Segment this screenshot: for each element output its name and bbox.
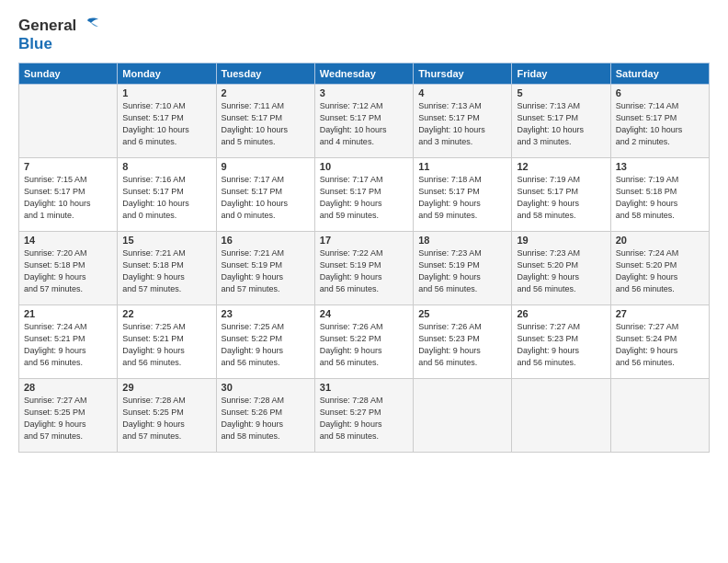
calendar-cell: 22Sunrise: 7:25 AM Sunset: 5:21 PM Dayli… bbox=[118, 305, 216, 379]
col-header-thursday: Thursday bbox=[414, 63, 512, 85]
day-info: Sunrise: 7:28 AM Sunset: 5:26 PM Dayligh… bbox=[222, 395, 310, 442]
day-number: 14 bbox=[24, 235, 112, 246]
col-header-monday: Monday bbox=[118, 63, 216, 85]
day-info: Sunrise: 7:11 AM Sunset: 5:17 PM Dayligh… bbox=[222, 100, 310, 148]
calendar-cell: 8Sunrise: 7:16 AM Sunset: 5:17 PM Daylig… bbox=[118, 158, 216, 232]
day-info: Sunrise: 7:14 AM Sunset: 5:17 PM Dayligh… bbox=[616, 100, 704, 148]
calendar-cell: 18Sunrise: 7:23 AM Sunset: 5:19 PM Dayli… bbox=[414, 232, 512, 305]
calendar-cell: 1Sunrise: 7:10 AM Sunset: 5:17 PM Daylig… bbox=[118, 85, 216, 158]
day-info: Sunrise: 7:26 AM Sunset: 5:23 PM Dayligh… bbox=[418, 321, 506, 369]
day-number: 29 bbox=[122, 382, 210, 393]
day-info: Sunrise: 7:25 AM Sunset: 5:21 PM Dayligh… bbox=[122, 321, 210, 369]
week-row-1: 7Sunrise: 7:15 AM Sunset: 5:17 PM Daylig… bbox=[19, 158, 710, 232]
day-info: Sunrise: 7:28 AM Sunset: 5:25 PM Dayligh… bbox=[122, 395, 210, 442]
day-number: 5 bbox=[517, 87, 605, 98]
day-info: Sunrise: 7:17 AM Sunset: 5:17 PM Dayligh… bbox=[320, 174, 408, 222]
day-number: 20 bbox=[616, 235, 704, 246]
day-number: 18 bbox=[418, 235, 506, 246]
day-info: Sunrise: 7:15 AM Sunset: 5:17 PM Dayligh… bbox=[24, 174, 112, 222]
day-info: Sunrise: 7:21 AM Sunset: 5:19 PM Dayligh… bbox=[222, 247, 310, 295]
day-info: Sunrise: 7:22 AM Sunset: 5:19 PM Dayligh… bbox=[320, 247, 408, 295]
calendar-cell: 14Sunrise: 7:20 AM Sunset: 5:18 PM Dayli… bbox=[19, 232, 118, 305]
calendar-cell: 17Sunrise: 7:22 AM Sunset: 5:19 PM Dayli… bbox=[314, 232, 413, 305]
day-number: 8 bbox=[122, 161, 210, 172]
day-number: 9 bbox=[222, 161, 310, 172]
calendar-cell: 3Sunrise: 7:12 AM Sunset: 5:17 PM Daylig… bbox=[314, 85, 413, 158]
day-number: 1 bbox=[122, 87, 210, 98]
calendar-cell bbox=[610, 379, 709, 453]
calendar-cell: 23Sunrise: 7:25 AM Sunset: 5:22 PM Dayli… bbox=[216, 305, 314, 379]
col-header-sunday: Sunday bbox=[19, 63, 118, 85]
day-number: 31 bbox=[320, 382, 408, 393]
day-number: 25 bbox=[418, 308, 506, 319]
day-info: Sunrise: 7:23 AM Sunset: 5:20 PM Dayligh… bbox=[517, 247, 605, 295]
calendar-cell: 2Sunrise: 7:11 AM Sunset: 5:17 PM Daylig… bbox=[216, 85, 314, 158]
day-info: Sunrise: 7:20 AM Sunset: 5:18 PM Dayligh… bbox=[24, 247, 112, 295]
day-number: 4 bbox=[418, 87, 506, 98]
day-number: 30 bbox=[222, 382, 310, 393]
week-row-2: 14Sunrise: 7:20 AM Sunset: 5:18 PM Dayli… bbox=[19, 232, 710, 305]
day-info: Sunrise: 7:13 AM Sunset: 5:17 PM Dayligh… bbox=[418, 100, 506, 148]
logo: General Blue bbox=[18, 17, 98, 53]
day-info: Sunrise: 7:10 AM Sunset: 5:17 PM Dayligh… bbox=[122, 100, 210, 148]
day-number: 13 bbox=[616, 161, 704, 172]
calendar-cell: 13Sunrise: 7:19 AM Sunset: 5:18 PM Dayli… bbox=[610, 158, 709, 232]
col-header-wednesday: Wednesday bbox=[314, 63, 413, 85]
day-number: 6 bbox=[616, 87, 704, 98]
calendar-cell: 4Sunrise: 7:13 AM Sunset: 5:17 PM Daylig… bbox=[414, 85, 512, 158]
calendar-cell: 5Sunrise: 7:13 AM Sunset: 5:17 PM Daylig… bbox=[512, 85, 610, 158]
calendar-cell: 30Sunrise: 7:28 AM Sunset: 5:26 PM Dayli… bbox=[216, 379, 314, 453]
day-number: 27 bbox=[616, 308, 704, 319]
page: General Blue SundayMondayTuesdayWednesda… bbox=[0, 0, 728, 563]
day-info: Sunrise: 7:18 AM Sunset: 5:17 PM Dayligh… bbox=[418, 174, 506, 222]
calendar-cell: 12Sunrise: 7:19 AM Sunset: 5:17 PM Dayli… bbox=[512, 158, 610, 232]
day-number: 7 bbox=[24, 161, 112, 172]
day-info: Sunrise: 7:16 AM Sunset: 5:17 PM Dayligh… bbox=[122, 174, 210, 222]
calendar-cell: 7Sunrise: 7:15 AM Sunset: 5:17 PM Daylig… bbox=[19, 158, 118, 232]
calendar-cell: 10Sunrise: 7:17 AM Sunset: 5:17 PM Dayli… bbox=[314, 158, 413, 232]
day-info: Sunrise: 7:13 AM Sunset: 5:17 PM Dayligh… bbox=[517, 100, 605, 148]
day-info: Sunrise: 7:25 AM Sunset: 5:22 PM Dayligh… bbox=[222, 321, 310, 369]
calendar-cell bbox=[414, 379, 512, 453]
day-info: Sunrise: 7:28 AM Sunset: 5:27 PM Dayligh… bbox=[320, 395, 408, 442]
calendar-cell: 28Sunrise: 7:27 AM Sunset: 5:25 PM Dayli… bbox=[19, 379, 118, 453]
calendar-cell: 31Sunrise: 7:28 AM Sunset: 5:27 PM Dayli… bbox=[314, 379, 413, 453]
calendar-cell: 11Sunrise: 7:18 AM Sunset: 5:17 PM Dayli… bbox=[414, 158, 512, 232]
day-info: Sunrise: 7:27 AM Sunset: 5:25 PM Dayligh… bbox=[24, 395, 112, 442]
calendar-cell: 27Sunrise: 7:27 AM Sunset: 5:24 PM Dayli… bbox=[610, 305, 709, 379]
calendar-cell bbox=[19, 85, 118, 158]
day-info: Sunrise: 7:24 AM Sunset: 5:21 PM Dayligh… bbox=[24, 321, 112, 369]
calendar-cell: 6Sunrise: 7:14 AM Sunset: 5:17 PM Daylig… bbox=[610, 85, 709, 158]
col-header-tuesday: Tuesday bbox=[216, 63, 314, 85]
calendar-cell: 15Sunrise: 7:21 AM Sunset: 5:18 PM Dayli… bbox=[118, 232, 216, 305]
day-number: 2 bbox=[222, 87, 310, 98]
col-header-friday: Friday bbox=[512, 63, 610, 85]
calendar-table: SundayMondayTuesdayWednesdayThursdayFrid… bbox=[18, 63, 710, 453]
col-header-saturday: Saturday bbox=[610, 63, 709, 85]
calendar-cell: 16Sunrise: 7:21 AM Sunset: 5:19 PM Dayli… bbox=[216, 232, 314, 305]
day-info: Sunrise: 7:21 AM Sunset: 5:18 PM Dayligh… bbox=[122, 247, 210, 295]
day-number: 16 bbox=[222, 235, 310, 246]
calendar-cell: 21Sunrise: 7:24 AM Sunset: 5:21 PM Dayli… bbox=[19, 305, 118, 379]
day-number: 22 bbox=[122, 308, 210, 319]
day-info: Sunrise: 7:12 AM Sunset: 5:17 PM Dayligh… bbox=[320, 100, 408, 148]
day-info: Sunrise: 7:27 AM Sunset: 5:23 PM Dayligh… bbox=[517, 321, 605, 369]
day-number: 11 bbox=[418, 161, 506, 172]
day-info: Sunrise: 7:26 AM Sunset: 5:22 PM Dayligh… bbox=[320, 321, 408, 369]
day-info: Sunrise: 7:24 AM Sunset: 5:20 PM Dayligh… bbox=[616, 247, 704, 295]
day-info: Sunrise: 7:19 AM Sunset: 5:17 PM Dayligh… bbox=[517, 174, 605, 222]
header: General Blue bbox=[18, 17, 710, 53]
calendar-cell: 24Sunrise: 7:26 AM Sunset: 5:22 PM Dayli… bbox=[314, 305, 413, 379]
calendar-cell: 20Sunrise: 7:24 AM Sunset: 5:20 PM Dayli… bbox=[610, 232, 709, 305]
calendar-cell: 9Sunrise: 7:17 AM Sunset: 5:17 PM Daylig… bbox=[216, 158, 314, 232]
day-number: 3 bbox=[320, 87, 408, 98]
day-info: Sunrise: 7:27 AM Sunset: 5:24 PM Dayligh… bbox=[616, 321, 704, 369]
day-number: 19 bbox=[517, 235, 605, 246]
day-number: 24 bbox=[320, 308, 408, 319]
day-info: Sunrise: 7:19 AM Sunset: 5:18 PM Dayligh… bbox=[616, 174, 704, 222]
calendar-cell bbox=[512, 379, 610, 453]
day-number: 10 bbox=[320, 161, 408, 172]
day-number: 26 bbox=[517, 308, 605, 319]
week-row-3: 21Sunrise: 7:24 AM Sunset: 5:21 PM Dayli… bbox=[19, 305, 710, 379]
week-row-0: 1Sunrise: 7:10 AM Sunset: 5:17 PM Daylig… bbox=[19, 85, 710, 158]
